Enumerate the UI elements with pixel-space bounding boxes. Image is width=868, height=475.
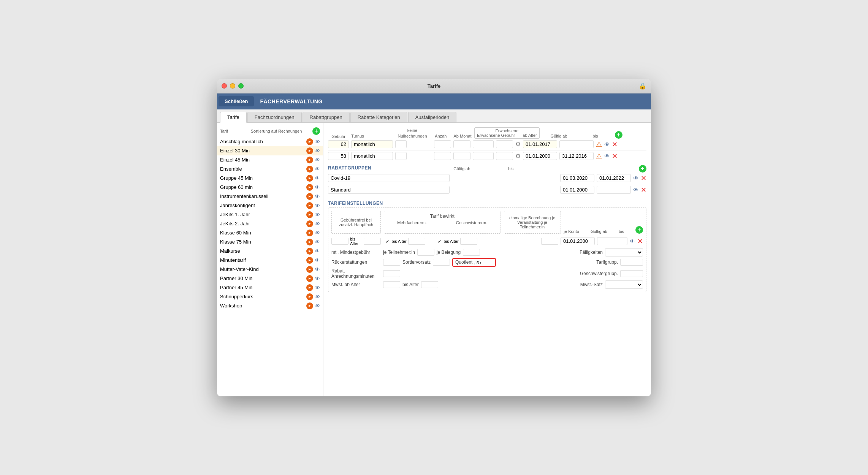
anzahl-input-1[interactable] [434, 140, 451, 148]
arrow-icon[interactable] [306, 138, 313, 145]
arrow-icon[interactable] [306, 193, 313, 200]
eye-icon[interactable]: 👁 [315, 248, 320, 254]
list-item[interactable]: Workshop 👁 [217, 301, 323, 310]
arrow-icon[interactable] [306, 166, 313, 173]
keine-null-input-1[interactable] [395, 140, 407, 148]
je-belegung-input[interactable] [463, 249, 480, 256]
arrow-icon[interactable] [306, 230, 313, 236]
eye-icon[interactable]: 👁 [315, 212, 320, 218]
tab-ausfallperioden[interactable]: Ausfallperioden [408, 112, 457, 122]
eye-icon[interactable]: 👁 [315, 239, 320, 245]
eye-icon-2[interactable]: 👁 [604, 153, 610, 159]
geschwistergrupp-input[interactable] [620, 270, 643, 277]
rg-gueltig-ab-input-2[interactable] [560, 186, 594, 194]
tab-tarife[interactable]: Tarife [220, 112, 247, 123]
quotient-input[interactable] [474, 260, 493, 265]
arrow-icon[interactable] [306, 157, 313, 163]
turnus-input-2[interactable] [351, 152, 393, 160]
tab-fachzuordnungen[interactable]: Fachzuordnungen [247, 112, 302, 122]
je-konto-input[interactable] [541, 238, 558, 245]
eye-icon[interactable]: 👁 [315, 276, 320, 282]
delete-icon-1[interactable]: ✕ [612, 140, 618, 149]
rg-name-input-1[interactable] [328, 174, 450, 182]
turnus-input-1[interactable] [351, 140, 393, 148]
eye-icon[interactable]: 👁 [315, 221, 320, 227]
sortiervorsatz-input[interactable] [433, 259, 450, 266]
list-item[interactable]: Ensemble 👁 [217, 165, 323, 174]
ab-alter-input-2[interactable] [496, 152, 513, 160]
bis-input-1[interactable] [559, 140, 594, 148]
gueltig-ab-input-1[interactable] [523, 140, 557, 148]
minimize-button[interactable] [230, 83, 235, 89]
list-item[interactable]: Jahreskontigent 👁 [217, 201, 323, 210]
list-item[interactable]: Gruppe 45 Min 👁 [217, 174, 323, 183]
eye-icon[interactable]: 👁 [315, 175, 320, 181]
list-item[interactable]: Klasse 75 Min 👁 [217, 238, 323, 247]
erwachsene-gebuehr-input-1[interactable] [473, 140, 494, 148]
arrow-icon[interactable] [306, 147, 313, 154]
gebuehr-input-1[interactable] [328, 140, 349, 148]
rg-delete-icon-2[interactable]: ✕ [641, 186, 646, 194]
gear-icon-2[interactable]: ⚙ [515, 152, 521, 160]
arrow-icon[interactable] [306, 266, 313, 273]
list-item[interactable]: Klasse 60 Min 👁 [217, 228, 323, 238]
list-item[interactable]: Partner 45 Min 👁 [217, 283, 323, 292]
add-settings-row-button[interactable]: + [635, 226, 643, 234]
gueltig-ab-input-2[interactable] [523, 152, 557, 160]
tab-rabattgruppen[interactable]: Rabattgruppen [303, 112, 350, 122]
eye-icon[interactable]: 👁 [315, 139, 320, 145]
mehrfach-bis-alter-input[interactable] [408, 238, 425, 245]
rabatt-input[interactable] [383, 270, 400, 277]
eye-icon[interactable]: 👁 [315, 203, 320, 209]
arrow-icon[interactable] [306, 248, 313, 255]
tab-rabatte-kategorien[interactable]: Rabatte Kategorien [350, 112, 407, 122]
arrow-icon[interactable] [306, 284, 313, 291]
eye-icon[interactable]: 👁 [315, 303, 320, 309]
eye-icon[interactable]: 👁 [315, 193, 320, 200]
list-item[interactable]: Gruppe 60 min 👁 [217, 183, 323, 192]
faelligkeiten-select[interactable] [605, 248, 643, 256]
mwst-satz-select[interactable] [605, 280, 643, 289]
rueckerstattungen-input[interactable] [383, 259, 400, 266]
mwst-ab-alter-input[interactable] [383, 281, 400, 288]
ab-monat-input-1[interactable] [453, 140, 470, 148]
gebuehr-input-2[interactable] [328, 152, 349, 160]
settings-bis-input[interactable] [597, 237, 627, 245]
bis-alter-input[interactable] [421, 281, 438, 288]
list-item[interactable]: Instrumentenkarussell 👁 [217, 192, 323, 201]
eye-icon[interactable]: 👁 [315, 285, 320, 291]
arrow-icon[interactable] [306, 293, 313, 300]
arrow-icon[interactable] [306, 202, 313, 209]
warning-icon-2[interactable]: ⚠ [596, 152, 602, 160]
list-item[interactable]: Schnupperkurs 👁 [217, 292, 323, 301]
eye-icon-1[interactable]: 👁 [604, 141, 610, 147]
settings-delete-icon[interactable]: ✕ [637, 237, 643, 245]
gebuehrenfrei-alter-val[interactable] [364, 238, 381, 245]
list-item[interactable]: Mutter-Vater-Kind 👁 [217, 265, 323, 274]
rg-bis-input-2[interactable] [597, 186, 631, 194]
eye-icon[interactable]: 👁 [315, 257, 320, 263]
gebuehrenfrei-bis-alter-input[interactable] [331, 238, 348, 245]
rg-bis-input-1[interactable] [597, 174, 631, 182]
arrow-icon[interactable] [306, 184, 313, 191]
close-schliessen-button[interactable]: Schließen [219, 96, 254, 106]
geschwister-bis-alter-input[interactable] [460, 238, 477, 245]
warning-icon-1[interactable]: ⚠ [596, 140, 602, 149]
eye-icon[interactable]: 👁 [315, 184, 320, 190]
tarifgrupp-input[interactable] [620, 259, 643, 266]
rg-delete-icon-1[interactable]: ✕ [641, 174, 646, 182]
anzahl-input-2[interactable] [434, 152, 451, 160]
list-item[interactable]: Partner 30 Min 👁 [217, 274, 323, 283]
eye-icon[interactable]: 👁 [315, 266, 320, 272]
gear-icon-1[interactable]: ⚙ [515, 141, 521, 148]
arrow-icon[interactable] [306, 211, 313, 218]
arrow-icon[interactable] [306, 257, 313, 264]
eye-icon[interactable]: 👁 [315, 166, 320, 172]
list-item[interactable]: Malkurse 👁 [217, 247, 323, 256]
maximize-button[interactable] [238, 83, 244, 89]
bis-input-2[interactable] [559, 152, 594, 160]
add-rg-button[interactable]: + [639, 165, 646, 173]
ab-monat-input-2[interactable] [453, 152, 470, 160]
list-item[interactable]: Minutentarif 👁 [217, 256, 323, 265]
eye-icon[interactable]: 👁 [315, 294, 320, 300]
